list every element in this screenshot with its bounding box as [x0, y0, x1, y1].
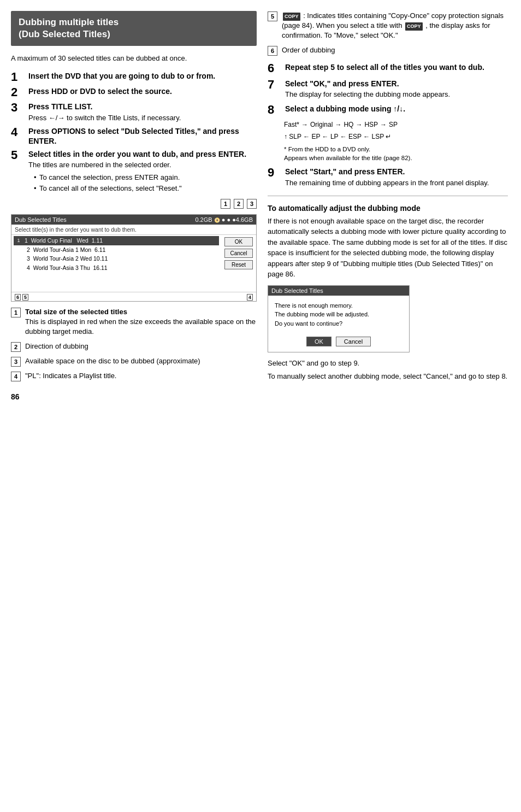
legend-item-1: 1 Total size of the selected titles This… — [11, 307, 257, 337]
step-2-num: 2 — [11, 86, 26, 98]
screen-storage: 0.2GB 📀 ● ● ●4.6GB — [195, 216, 253, 223]
legend-num-1: 1 — [11, 308, 21, 317]
copy-badge-inline: COPY — [405, 22, 423, 31]
legend-text-4: "PL": Indicates a Playlist title. — [25, 371, 116, 381]
dialog-line3: Do you want to continue? — [275, 319, 402, 328]
screen-row-6 — [14, 281, 219, 291]
page-number: 86 — [11, 392, 257, 401]
legend-num-6: 6 — [268, 46, 277, 56]
step-7-body: The display for selecting the dubbing mo… — [285, 90, 508, 99]
screen-row-2: 2 World Tour-Asia 1 Mon 6.11 — [14, 245, 219, 255]
legend-item-3: 3 Available space on the disc to be dubb… — [11, 356, 257, 367]
screen-subheader: Select title(s) in the order you want to… — [11, 225, 256, 235]
badge-3: 3 — [247, 199, 257, 209]
mode-flow: Fast* → Original → HQ → HSP → SP ↑ SLP ←… — [284, 119, 508, 143]
step-9-title: Select "Start," and press ENTER. — [285, 167, 508, 176]
screen-buttons: OK Cancel Reset — [221, 235, 256, 292]
after-dialog-text-2: To manually select another dubbing mode,… — [268, 371, 508, 382]
legend-item-6: 6 Order of dubbing — [268, 45, 508, 56]
screen-bottom: 6 5 4 — [11, 292, 256, 301]
section-divider — [268, 196, 508, 196]
step-9-body: The remaining time of dubbing appears in… — [285, 178, 508, 188]
screen-title: Dub Selected Titles — [15, 216, 67, 223]
step-2: 2 Press HDD or DVD to select the source. — [11, 86, 257, 98]
legend-text-6: Order of dubbing — [282, 45, 335, 55]
legend-num-5: 5 — [268, 11, 277, 21]
step-3-num: 3 — [11, 102, 26, 114]
mode-flow-row1: Fast* → Original → HQ → HSP → SP — [284, 119, 508, 131]
badge-4-inline: 4 — [247, 294, 253, 301]
step-6: 6 Repeat step 5 to select all of the tit… — [268, 62, 508, 74]
row-badge-1: 1 — [15, 237, 22, 244]
intro-text: A maximum of 30 selected titles can be d… — [11, 54, 257, 63]
step-8: 8 Select a dubbing mode using ↑/↓. — [268, 104, 508, 116]
step-7-num: 7 — [268, 79, 283, 91]
legend-item-2: 2 Direction of dubbing — [11, 342, 257, 352]
step-5-bullet-1: To cancel the selection, press ENTER aga… — [34, 173, 257, 183]
legend-num-4: 4 — [11, 372, 21, 381]
auto-adjust-body: If there is not enough available space o… — [268, 216, 508, 280]
screen-row-1: 1 1 World Cup Final Wed 1.11 — [14, 236, 219, 245]
legend-num-3: 3 — [11, 357, 21, 367]
step-4-title: Press OPTIONS to select "Dub Selected Ti… — [28, 126, 257, 146]
dialog-ok-btn[interactable]: OK — [306, 337, 331, 346]
badge-5-inline: 5 — [22, 294, 28, 301]
dialog-buttons: OK Cancel — [268, 333, 409, 352]
screen-row-3: 3 World Tour-Asia 2 Wed 10.11 — [14, 254, 219, 263]
screen-display: Dub Selected Titles 0.2GB 📀 ● ● ●4.6GB S… — [11, 214, 257, 302]
step-5-title: Select titles in the order you want to d… — [28, 149, 257, 159]
badge-6-inline: 6 — [15, 294, 21, 301]
step-3: 3 Press TITLE LIST. Press ←/→ to switch … — [11, 102, 257, 122]
step-5-bullet-2: To cancel all of the selections, select … — [34, 184, 257, 193]
subsection-title: To automatically adjust the dubbing mode — [268, 204, 508, 213]
mode-flow-row2: ↑ SLP ← EP ← LP ← ESP ← LSP ↵ — [284, 131, 508, 143]
legend-num-2: 2 — [11, 342, 21, 352]
copy-badge-5: COPY — [283, 13, 300, 21]
step-7: 7 Select "OK," and press ENTER. The disp… — [268, 79, 508, 99]
after-dialog-text-1: Select "OK" and go to step 9. — [268, 358, 508, 369]
screen-reset-btn[interactable]: Reset — [224, 260, 253, 269]
step-1: 1 Insert the DVD that you are going to d… — [11, 71, 257, 83]
dialog-header: Dub Selected Titles — [268, 286, 409, 296]
step-3-body: Press ←/→ to switch the Title Lists, if … — [28, 113, 257, 123]
screen-body: 1 1 World Cup Final Wed 1.11 2 World Tou… — [11, 235, 256, 292]
step-8-num: 8 — [268, 104, 283, 116]
screen-header: Dub Selected Titles 0.2GB 📀 ● ● ●4.6GB — [11, 215, 256, 225]
screen-ok-btn[interactable]: OK — [224, 237, 253, 246]
screen-cancel-btn[interactable]: Cancel — [224, 249, 253, 258]
dialog-line1: There is not enough memory. — [275, 301, 402, 310]
legend-text-2: Direction of dubbing — [25, 342, 88, 351]
step-1-title: Insert the DVD that you are going to dub… — [28, 71, 257, 81]
legend-item-5: 5 COPY : Indicates titles containing "Co… — [268, 11, 508, 41]
section-title: Dubbing multiple titles (Dub Selected Ti… — [19, 16, 249, 40]
screen-row-4: 4 World Tour-Asia 3 Thu 16.11 — [14, 263, 219, 273]
badge-2: 2 — [234, 199, 244, 209]
step-6-title: Repeat step 5 to select all of the title… — [285, 62, 508, 72]
dialog-body: There is not enough memory. The dubbing … — [268, 296, 409, 334]
step-4-num: 4 — [11, 126, 26, 138]
step-1-num: 1 — [11, 71, 26, 83]
step-6-num: 6 — [268, 62, 283, 74]
mode-note-star: * From the HDD to a DVD only. Appears wh… — [284, 145, 508, 162]
step-5-num: 5 — [11, 149, 26, 161]
step-7-title: Select "OK," and press ENTER. — [285, 79, 508, 89]
legend-text-3: Available space on the disc to be dubbed… — [25, 356, 200, 366]
screen-mockup: 1 2 3 Dub Selected Titles 0.2GB 📀 ● ● ●4… — [11, 199, 257, 302]
step-9: 9 Select "Start," and press ENTER. The r… — [268, 167, 508, 187]
legend-text-5: COPY : Indicates titles containing "Copy… — [282, 11, 508, 41]
step-9-num: 9 — [268, 167, 283, 179]
step-5-body: The titles are numbered in the selected … — [28, 160, 257, 170]
screen-row-5 — [14, 273, 219, 282]
step-5: 5 Select titles in the order you want to… — [11, 149, 257, 195]
legend-text-1: Total size of the selected titles This i… — [25, 307, 257, 337]
screen-list: 1 1 World Cup Final Wed 1.11 2 World Tou… — [11, 235, 221, 292]
step-2-title: Press HDD or DVD to select the source. — [28, 86, 257, 96]
dialog-line2: The dubbing mode will be adjusted. — [275, 310, 402, 319]
legend-item-4: 4 "PL": Indicates a Playlist title. — [11, 371, 257, 381]
step-8-title: Select a dubbing mode using ↑/↓. — [285, 104, 508, 114]
step-3-title: Press TITLE LIST. — [28, 102, 257, 111]
dialog-cancel-btn[interactable]: Cancel — [336, 337, 371, 346]
step-4: 4 Press OPTIONS to select "Dub Selected … — [11, 126, 257, 146]
dialog-mockup: Dub Selected Titles There is not enough … — [268, 285, 410, 353]
section-title-box: Dubbing multiple titles (Dub Selected Ti… — [11, 11, 257, 46]
